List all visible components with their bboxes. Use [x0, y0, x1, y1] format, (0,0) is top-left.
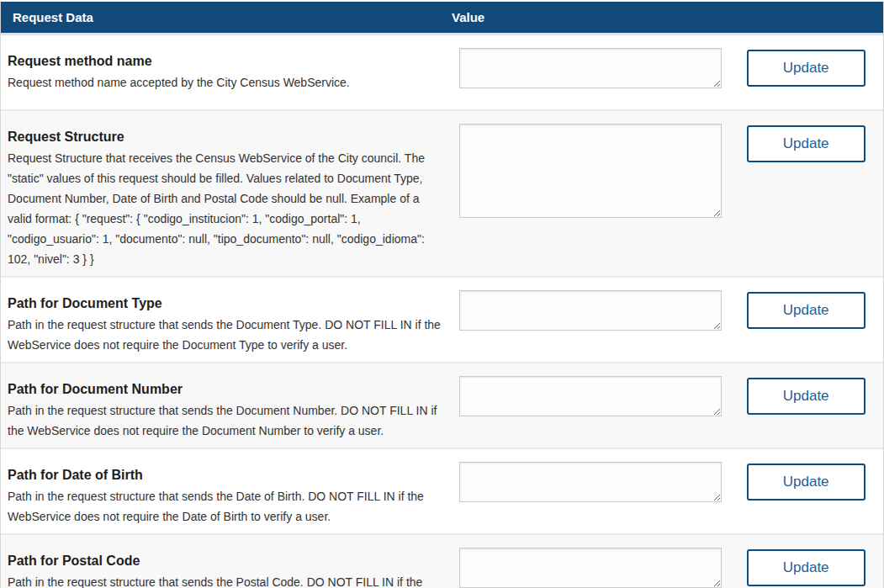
update-button[interactable]: Update — [747, 549, 865, 586]
column-header-request-data: Request Data — [1, 10, 452, 24]
value-textarea[interactable] — [459, 124, 722, 218]
table-row: Path for Document Number Path in the req… — [1, 362, 883, 448]
setting-description: Path in the request structure that sends… — [8, 400, 443, 441]
table-row: Path for Document Type Path in the reque… — [1, 276, 883, 362]
value-textarea[interactable] — [459, 48, 722, 88]
setting-title: Path for Document Number — [8, 379, 443, 400]
setting-action-cell: Update — [728, 35, 883, 109]
setting-value-cell — [452, 449, 728, 533]
setting-value-cell — [452, 111, 728, 276]
setting-value-cell — [452, 35, 728, 109]
setting-description: Path in the request structure that sends… — [8, 486, 443, 527]
setting-description: Path in the request structure that sends… — [8, 572, 443, 588]
setting-action-cell: Update — [728, 535, 883, 588]
value-textarea[interactable] — [459, 290, 722, 331]
setting-info: Path for Document Number Path in the req… — [1, 363, 452, 448]
setting-info: Path for Date of Birth Path in the reque… — [1, 449, 452, 533]
table-row: Path for Date of Birth Path in the reque… — [1, 448, 883, 533]
setting-title: Path for Document Type — [8, 294, 443, 314]
setting-info: Path for Postal Code Path in the request… — [1, 535, 452, 588]
value-textarea[interactable] — [459, 376, 722, 416]
value-textarea[interactable] — [459, 462, 722, 502]
table-header: Request Data Value — [1, 2, 883, 35]
update-button[interactable]: Update — [747, 292, 865, 329]
setting-info: Path for Document Type Path in the reque… — [1, 278, 452, 362]
update-button[interactable]: Update — [747, 50, 865, 87]
column-header-value: Value — [452, 10, 728, 24]
setting-info: Request Structure Request Structure that… — [1, 111, 452, 276]
setting-description: Request Structure that receives the Cens… — [8, 148, 443, 269]
setting-info: Request method name Request method name … — [1, 35, 452, 109]
update-button[interactable]: Update — [747, 125, 865, 162]
setting-title: Path for Date of Birth — [8, 465, 443, 485]
table-row: Request Structure Request Structure that… — [1, 109, 883, 276]
setting-action-cell: Update — [728, 111, 883, 276]
table-row: Path for Postal Code Path in the request… — [1, 533, 883, 588]
setting-action-cell: Update — [728, 363, 883, 448]
setting-value-cell — [452, 535, 728, 588]
update-button[interactable]: Update — [747, 464, 865, 501]
setting-description: Path in the request structure that sends… — [8, 315, 443, 355]
settings-table: Request Data Value Request method name R… — [0, 2, 884, 588]
setting-title: Path for Postal Code — [8, 551, 443, 571]
setting-title: Request method name — [8, 51, 443, 72]
update-button[interactable]: Update — [747, 378, 865, 415]
setting-value-cell — [452, 278, 728, 362]
setting-action-cell: Update — [728, 278, 883, 362]
value-textarea[interactable] — [459, 548, 722, 588]
setting-description: Request method name accepted by the City… — [8, 72, 443, 93]
setting-title: Request Structure — [8, 127, 443, 147]
table-row: Request method name Request method name … — [1, 35, 883, 109]
setting-value-cell — [452, 363, 728, 448]
setting-action-cell: Update — [728, 449, 883, 533]
